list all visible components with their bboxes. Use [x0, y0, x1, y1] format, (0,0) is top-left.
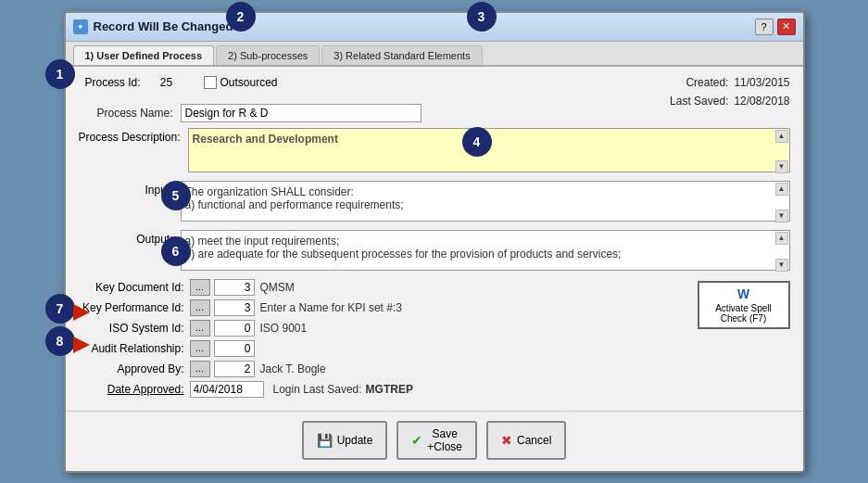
badge-8: 8: [45, 326, 75, 356]
process-name-input[interactable]: [181, 104, 421, 122]
key-perf-id-button[interactable]: …: [190, 299, 210, 316]
process-desc-row: Process Description: ▲ ▼: [79, 128, 790, 175]
cancel-label: Cancel: [517, 434, 551, 447]
left-fields: Key Document Id: … QMSM Key Performance …: [79, 279, 685, 401]
key-perf-id-desc: Enter a Name for KPI set #:3: [260, 301, 402, 314]
bottom-fields: Key Document Id: … QMSM Key Performance …: [79, 279, 790, 401]
iso-system-id-desc: ISO 9001: [260, 322, 308, 335]
process-id-label: Process Id:: [79, 76, 148, 89]
input-box: ▲ ▼: [181, 181, 790, 224]
process-id-value: 25: [148, 76, 185, 89]
output-box: ▲ ▼: [181, 230, 790, 273]
desc-scroll-up[interactable]: ▲: [775, 130, 788, 143]
created-area: Created: 11/03/2015: [686, 76, 789, 89]
approved-by-row: Approved By: … Jack T. Bogle: [79, 361, 685, 377]
cancel-icon: ✖: [501, 433, 512, 448]
key-doc-id-desc: QMSM: [260, 281, 295, 294]
key-perf-id-input[interactable]: [214, 299, 255, 316]
approved-by-label: Approved By:: [79, 362, 190, 375]
dialog-wrapper: 1 2 3 4 5 6 7 8 ✦ Record Will Be Changed…: [64, 11, 805, 473]
key-doc-id-row: Key Document Id: … QMSM: [79, 279, 685, 296]
approved-by-input[interactable]: [214, 361, 255, 377]
tab-bar: 1) User Defined Process 2) Sub-processes…: [66, 42, 803, 67]
badge-5: 5: [161, 181, 191, 210]
approved-by-button[interactable]: …: [190, 361, 210, 377]
help-button[interactable]: ?: [755, 19, 774, 35]
date-approved-input[interactable]: [190, 381, 264, 398]
badge-2: 2: [226, 2, 256, 32]
title-bar: ✦ Record Will Be Changed ? ✕: [66, 13, 803, 42]
update-icon: 💾: [317, 433, 333, 448]
audit-rel-row: Audit Relationship: …: [79, 340, 685, 357]
arrow-8: [73, 337, 90, 353]
process-name-label: Process Name:: [79, 107, 181, 120]
badge-3: 3: [467, 2, 497, 32]
tab-user-defined-process[interactable]: 1) User Defined Process: [73, 45, 215, 65]
spell-icon: W: [707, 286, 781, 301]
key-doc-id-label: Key Document Id:: [79, 281, 190, 294]
iso-system-id-label: ISO System Id:: [79, 322, 190, 335]
input-scroll-up[interactable]: ▲: [775, 183, 788, 196]
badge-4: 4: [462, 127, 492, 157]
audit-rel-label: Audit Relationship:: [79, 342, 190, 355]
audit-rel-button[interactable]: …: [190, 340, 210, 357]
arrow-7: [73, 304, 90, 321]
outsourced-checkbox[interactable]: [204, 76, 217, 89]
badge-6: 6: [161, 236, 191, 266]
key-perf-id-row: Key Performance Id: … Enter a Name for K…: [79, 299, 685, 316]
output-scroll-up[interactable]: ▲: [775, 232, 788, 245]
process-desc-label: Process Description:: [79, 128, 188, 144]
desc-scroll-down[interactable]: ▼: [775, 160, 788, 173]
outsourced-area: Outsourced: [204, 76, 278, 89]
badge-7: 7: [45, 294, 75, 324]
input-textarea[interactable]: [181, 181, 790, 222]
title-bar-left: ✦ Record Will Be Changed: [73, 19, 233, 34]
update-button[interactable]: 💾 Update: [302, 421, 388, 460]
approved-by-desc: Jack T. Bogle: [260, 362, 326, 375]
created-label: Created:: [686, 76, 728, 89]
footer: 💾 Update ✔ Save+Close ✖ Cancel: [66, 411, 803, 471]
login-last-saved-label: Login Last Saved:: [273, 383, 362, 396]
last-saved-area: Last Saved: 12/08/2018: [670, 95, 789, 108]
input-scroll-down[interactable]: ▼: [775, 210, 788, 222]
tab-sub-processes[interactable]: 2) Sub-processes: [216, 45, 320, 65]
update-label: Update: [337, 434, 373, 447]
spell-check-button[interactable]: W Activate SpellCheck (F7): [698, 281, 790, 329]
close-button[interactable]: ✕: [777, 19, 796, 35]
tab-related-standard-elements[interactable]: 3) Related Standard Elements: [321, 45, 482, 65]
spell-label: Activate SpellCheck (F7): [707, 303, 781, 324]
date-approved-row: Date Approved: Login Last Saved: MGTREP: [79, 381, 685, 398]
outsourced-label: Outsourced: [220, 76, 278, 89]
dialog-title: Record Will Be Changed: [94, 19, 233, 33]
badge-1: 1: [45, 59, 75, 89]
save-close-icon: ✔: [411, 433, 422, 448]
title-bar-buttons: ? ✕: [755, 19, 796, 35]
date-approved-label: Date Approved:: [79, 383, 190, 396]
last-saved-value: 12/08/2018: [734, 95, 789, 108]
process-id-row: Process Id: 25 Outsourced Created: 11/03…: [79, 76, 790, 89]
cancel-button[interactable]: ✖ Cancel: [486, 421, 566, 460]
key-doc-id-input[interactable]: [214, 279, 255, 296]
iso-system-id-button[interactable]: …: [190, 320, 210, 337]
spell-check-area: W Activate SpellCheck (F7): [698, 279, 790, 401]
key-doc-id-button[interactable]: …: [190, 279, 210, 296]
dialog-icon: ✦: [73, 19, 88, 34]
key-perf-id-label: Key Performance Id:: [79, 301, 190, 314]
save-close-label: Save+Close: [427, 427, 462, 453]
audit-rel-input[interactable]: [214, 340, 255, 357]
output-textarea[interactable]: [181, 230, 790, 271]
last-saved-label: Last Saved:: [670, 95, 728, 108]
save-close-button[interactable]: ✔ Save+Close: [396, 421, 477, 460]
login-last-saved-value: MGTREP: [366, 383, 413, 396]
iso-system-id-input[interactable]: [214, 320, 255, 337]
created-value: 11/03/2015: [734, 76, 789, 89]
iso-system-id-row: ISO System Id: … ISO 9001: [79, 320, 685, 337]
output-scroll-down[interactable]: ▼: [775, 259, 788, 272]
